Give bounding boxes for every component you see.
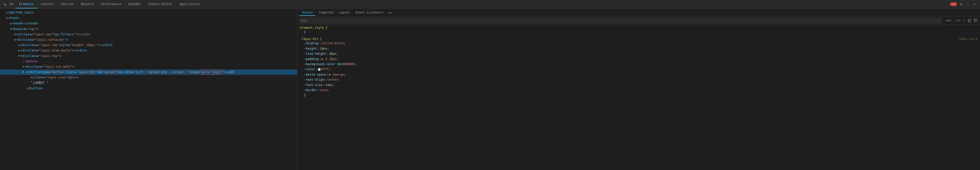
devtools-toolbar: Elements Console Sources Network Perform… (0, 0, 980, 9)
dom-line-button-close: </button> (0, 86, 297, 91)
css-rule-element-style: element.style { } (300, 26, 977, 35)
expand-triangle[interactable]: ▶ (14, 32, 16, 36)
dom-line-icon: <i class="layui-icon" ></i> (0, 75, 297, 80)
main-tabs-nav: Elements Console Sources Network Perform… (15, 0, 948, 8)
filter-badges: :hov .cls + (944, 18, 978, 23)
settings-icon[interactable]: ⚙ (959, 2, 964, 7)
css-prop-padding: ▶ padding : ▶ 0 18px ; (300, 57, 977, 61)
dom-line-head[interactable]: ▶ <head> ⊕ </head> (0, 21, 297, 26)
tab-application[interactable]: Application (176, 0, 204, 8)
expand-triangle[interactable]: ▼ (18, 54, 20, 58)
svg-rect-0 (10, 3, 12, 5)
css-rule-header: element.style { (300, 26, 977, 30)
active-indicator: ● (22, 71, 27, 74)
styles-content: element.style { } .layui-btn { layui.css… (298, 24, 980, 170)
hov-badge[interactable]: :hov (944, 19, 952, 22)
css-prop-color: ▶ color : #fff ; (300, 67, 977, 72)
more-options-icon[interactable]: ⋮ (965, 2, 970, 7)
styles-panel: Styles Computed Layout Event Listeners >… (298, 9, 980, 170)
tab-cookie-editor[interactable]: Cookie-Editor (145, 0, 176, 8)
styles-tabs: Styles Computed Layout Event Listeners >… (298, 9, 980, 17)
css-prop-text-align: ▶ text-align : center ; (300, 77, 977, 82)
tab-styles[interactable]: Styles (299, 9, 315, 16)
copy-style-icon[interactable] (967, 18, 972, 23)
error-count: 1 (954, 3, 956, 6)
expand-triangle[interactable]: ▼ (22, 65, 24, 69)
css-prop-line-height: ▶ line-height : 38px ; (300, 51, 977, 56)
dom-line-elem-quote[interactable]: ▶ <div class="layui-elem-quote" > ⊕ </di… (0, 48, 297, 53)
css-prop-display: ▶ display : inline-block ; (300, 41, 977, 46)
tab-console[interactable]: Console (37, 0, 57, 8)
expand-triangle[interactable]: ▼ (10, 27, 12, 31)
tab-sources[interactable]: Sources (57, 0, 77, 8)
css-selector[interactable]: element.style { (300, 26, 328, 30)
css-rule-layui-btn: .layui-btn { layui.css:2 ▶ display : inl… (300, 37, 977, 98)
device-toggle-icon[interactable] (9, 2, 14, 7)
svg-rect-4 (974, 19, 977, 22)
dom-line-row2[interactable]: ▼ <div class="layui-row" > (0, 54, 297, 59)
toolbar-right-controls: ✕ 1 ⚙ ⋮ ✕ (948, 2, 979, 7)
error-badge[interactable]: ✕ 1 (950, 2, 957, 6)
dom-line-body[interactable]: ▼ <body id="top" > (0, 27, 297, 32)
tab-computed[interactable]: Computed (316, 9, 336, 16)
tab-hackbar[interactable]: HackBar (125, 0, 145, 8)
tab-layout[interactable]: Layout (336, 9, 352, 16)
expand-triangle[interactable]: ▶ (18, 43, 20, 47)
styles-tabs-more-icon[interactable]: >> (387, 9, 393, 16)
cls-badge[interactable]: .cls (953, 19, 962, 22)
svg-rect-3 (969, 19, 971, 21)
inspect-icon[interactable] (3, 2, 8, 7)
filter-bar: :hov .cls + (298, 17, 980, 24)
css-rule-close2: } (300, 93, 977, 98)
css-prop-border: ▶ border : none ; (300, 88, 977, 93)
add-style-icon[interactable]: + (963, 19, 966, 22)
main-content: <!DOCTYPE html> ▼ <html> ▶ <head> ⊕ </he… (0, 9, 980, 170)
expand-triangle[interactable]: ▼ (27, 70, 28, 74)
css-rule-close: } (300, 30, 977, 35)
dom-line-ul[interactable]: ▶ <ul class="layui-nav" lay-filter="" > … (0, 32, 297, 37)
expand-triangle[interactable]: ▼ (6, 16, 8, 20)
dom-line-doctype: <!DOCTYPE html> (0, 10, 297, 16)
expand-triangle[interactable]: ▶ (10, 22, 12, 26)
css-source[interactable]: layui.css:2 (959, 37, 977, 41)
dom-line-container[interactable]: ▼ <div class="layui-container" > (0, 37, 297, 42)
svg-rect-1 (12, 3, 13, 5)
color-swatch-bg[interactable] (338, 63, 341, 65)
close-devtools-icon[interactable]: ✕ (972, 2, 977, 7)
css-prop-height: ▶ height : 38px ; (300, 46, 977, 51)
dom-panel: <!DOCTYPE html> ▼ <html> ▶ <head> ⊕ </he… (0, 9, 298, 170)
tab-network[interactable]: Network (77, 0, 97, 8)
dom-line-button[interactable]: ● ▼ <button type="button" class="layui-b… (0, 69, 297, 75)
css-rule-header: .layui-btn { layui.css:2 (300, 37, 977, 41)
tab-event-listeners[interactable]: Event Listeners (353, 9, 386, 16)
expand-triangle[interactable]: ▶ (18, 49, 20, 53)
tab-elements[interactable]: Elements (15, 0, 37, 8)
css-prop-background-color: ▶ background-color : #009688 ; (300, 61, 977, 67)
css-prop-white-space: ▶ white-space : ▶ nowrap ; (300, 72, 977, 77)
dom-line-html[interactable]: ▼ <html> (0, 16, 297, 21)
expand-triangle[interactable]: ▼ (14, 38, 16, 42)
filter-input[interactable] (299, 18, 942, 24)
error-x-icon: ✕ (951, 3, 953, 6)
tab-performance[interactable]: Performance (97, 0, 125, 8)
css-selector[interactable]: .layui-btn { (300, 37, 322, 41)
color-swatch-text[interactable] (318, 68, 321, 71)
dom-line-before: ::before (0, 59, 297, 64)
dom-line-row1[interactable]: ▶ <div class="layui-row" style="height: … (0, 42, 297, 48)
inspect-style-icon[interactable] (973, 18, 978, 23)
toolbar-icon-group (1, 2, 15, 7)
dom-line-col-md12[interactable]: ▼ <div class="layui-col-md12" > (0, 64, 297, 69)
dom-line-text-upload: "上传图片 " (0, 80, 297, 85)
css-prop-font-size: ▶ font-size : 14px ; (300, 82, 977, 88)
